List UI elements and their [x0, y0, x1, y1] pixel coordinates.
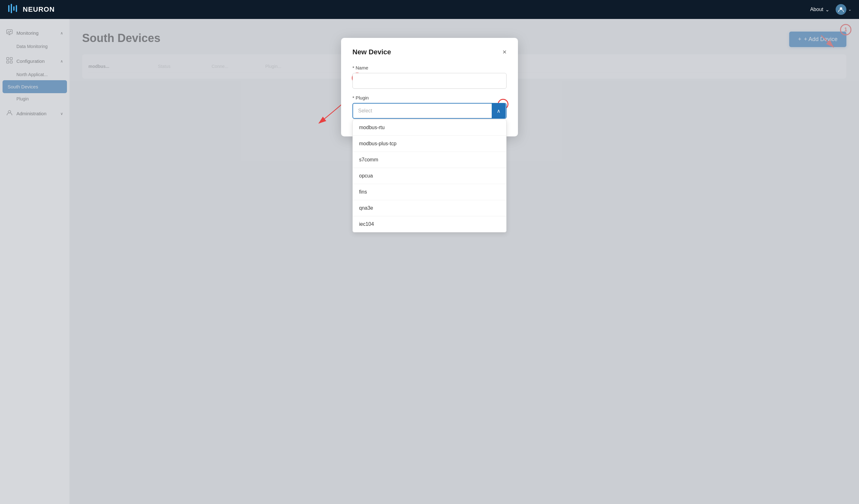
logo-area: NEURON: [7, 2, 55, 17]
plugin-chevron-button[interactable]: ∧: [492, 104, 506, 118]
plugin-placeholder: Select: [358, 108, 372, 114]
plugin-option-modbus-rtu[interactable]: modbus-rtu: [353, 120, 506, 136]
modal-close-button[interactable]: ×: [502, 49, 507, 56]
name-label: * Name: [352, 65, 507, 71]
new-device-modal: 2 3 New Device × * Name * Plugin Select …: [341, 38, 518, 136]
plugin-option-modbus-plus-tcp[interactable]: modbus-plus-tcp: [353, 136, 506, 152]
svg-rect-1: [11, 4, 12, 13]
plugin-option-qna3e[interactable]: qna3e: [353, 200, 506, 216]
logo-icon: [7, 2, 19, 17]
top-navigation: NEURON About ⌄ ⌄: [0, 0, 859, 19]
app-title: NEURON: [23, 5, 55, 14]
name-field: * Name: [352, 65, 507, 89]
plugin-select-box[interactable]: Select ∧: [352, 103, 507, 119]
plugin-option-s7comm[interactable]: s7comm: [353, 152, 506, 168]
nav-right: About ⌄ ⌄: [810, 4, 852, 15]
name-input[interactable]: [352, 73, 507, 89]
modal-header: New Device ×: [352, 48, 507, 56]
plugin-select-container: Select ∧ modbus-rtu modbus-plus-tcp s7co…: [352, 103, 507, 119]
modal-overlay: 2 3 New Device × * Name * Plugin Select …: [0, 19, 859, 504]
user-chevron-icon: ⌄: [848, 7, 852, 12]
plugin-label: * Plugin: [352, 95, 507, 101]
plugin-chevron-icon: ∧: [497, 108, 500, 114]
plugin-field: * Plugin Select ∧ modbus-rtu modbus-plus…: [352, 95, 507, 119]
svg-rect-0: [8, 5, 10, 12]
user-menu[interactable]: ⌄: [835, 4, 852, 15]
plugin-option-fins[interactable]: fins: [353, 184, 506, 200]
about-button[interactable]: About ⌄: [810, 6, 829, 13]
modal-title: New Device: [352, 48, 391, 56]
user-avatar-icon: [835, 4, 846, 15]
plugin-option-opcua[interactable]: opcua: [353, 168, 506, 184]
plugin-dropdown-list: modbus-rtu modbus-plus-tcp s7comm opcua …: [352, 119, 507, 232]
about-chevron-icon: ⌄: [825, 6, 829, 13]
plugin-option-iec104[interactable]: iec104: [353, 216, 506, 232]
svg-rect-3: [16, 5, 17, 12]
svg-rect-2: [13, 6, 15, 11]
